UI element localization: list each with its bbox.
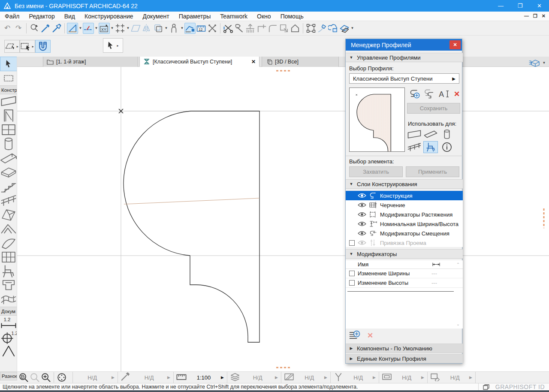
resize-button[interactable] bbox=[278, 23, 290, 34]
adjust-button[interactable] bbox=[234, 23, 245, 34]
copy-button[interactable] bbox=[153, 23, 164, 34]
pan-button[interactable] bbox=[56, 372, 67, 383]
field-layers[interactable]: Н/Д▶ bbox=[227, 372, 281, 383]
eye-icon[interactable] bbox=[358, 221, 366, 227]
use-for-railing-icon[interactable] bbox=[407, 141, 422, 153]
layer-row-construction[interactable]: Конструкция bbox=[346, 191, 463, 200]
menu-options[interactable]: Параметры bbox=[174, 12, 216, 21]
restore-button[interactable]: ❐ bbox=[510, 0, 530, 12]
eye-icon[interactable] bbox=[358, 211, 366, 217]
profile-outline[interactable] bbox=[124, 111, 259, 342]
tool-window[interactable] bbox=[0, 123, 17, 137]
tool-beam[interactable] bbox=[0, 151, 17, 165]
tool-mesh[interactable] bbox=[0, 292, 17, 307]
snap-guides-dropdown[interactable]: ▼ bbox=[94, 23, 99, 34]
tool-angle-dimension[interactable] bbox=[0, 344, 17, 358]
eye-icon[interactable] bbox=[358, 230, 366, 236]
tool-dimension[interactable]: 1.2 bbox=[0, 316, 17, 330]
layer-row-nominal-size[interactable]: Номинальная Ширина/Высота bbox=[346, 219, 463, 229]
opening-reference-checkbox[interactable] bbox=[349, 240, 355, 246]
copy-dropdown[interactable]: ▼ bbox=[164, 23, 169, 34]
tool-curtain-wall[interactable] bbox=[0, 250, 17, 264]
guide-lines-dropdown[interactable]: ▼ bbox=[78, 23, 83, 34]
zoom-back-button[interactable] bbox=[18, 372, 29, 383]
delete-modifier-button[interactable]: ✕ bbox=[364, 330, 377, 341]
snap-guides-button[interactable] bbox=[83, 23, 94, 34]
section-design-layers[interactable]: ▼ Слои Конструирования bbox=[346, 179, 463, 189]
tab-profile-editor[interactable]: [Классический Выступ Ступени] ✕ bbox=[139, 57, 259, 67]
tool-door[interactable] bbox=[0, 109, 17, 123]
zoom-in-button[interactable] bbox=[40, 372, 51, 383]
highlight-pen-button[interactable] bbox=[317, 23, 328, 34]
arrow-tool-group[interactable]: ▸ bbox=[103, 38, 123, 53]
dialog-close-button[interactable]: ✕ bbox=[449, 40, 461, 49]
menu-help[interactable]: Помощь bbox=[276, 12, 308, 21]
marquee-select-button[interactable]: ▸ bbox=[20, 40, 35, 53]
toolbox-group-more[interactable]: Разное bbox=[0, 372, 17, 380]
split-button[interactable] bbox=[223, 23, 234, 34]
dimensions-button[interactable]: 12 bbox=[196, 23, 207, 34]
tool-railing[interactable] bbox=[0, 193, 17, 208]
window-copy-icon[interactable] bbox=[483, 384, 489, 390]
dialog-title-bar[interactable]: Менеджер Профилей bbox=[346, 39, 462, 51]
tool-shell[interactable] bbox=[0, 236, 17, 250]
mdi-restore-button[interactable]: ❐ bbox=[533, 13, 537, 19]
section-components[interactable]: ▶ Компоненты - По Умолчанию bbox=[346, 344, 463, 353]
redo-button[interactable]: ↷ bbox=[13, 23, 24, 34]
find-select-button[interactable] bbox=[29, 23, 40, 34]
surface-paint-button[interactable] bbox=[339, 23, 350, 34]
close-button[interactable]: ✕ bbox=[530, 0, 549, 12]
section-modifiers[interactable]: ▼ Модификаторы bbox=[346, 249, 463, 259]
modifiers-scrollbar[interactable]: ⌃ ⌄ bbox=[455, 262, 461, 326]
zoom-forward-button[interactable] bbox=[29, 372, 40, 383]
eye-icon[interactable] bbox=[358, 193, 366, 199]
stretch-marquee-button[interactable] bbox=[207, 23, 218, 34]
pickup-parameters-button[interactable] bbox=[40, 23, 51, 34]
section-contours[interactable]: ▶ Единые Контуры Профиля bbox=[346, 354, 463, 363]
new-profile-button[interactable] bbox=[408, 88, 421, 100]
undo-button[interactable]: ↶ bbox=[2, 23, 13, 34]
eye-icon[interactable] bbox=[358, 202, 366, 208]
mdi-close-button[interactable]: ✕ bbox=[542, 13, 546, 19]
use-for-column-icon[interactable] bbox=[440, 128, 454, 140]
eye-icon[interactable] bbox=[358, 240, 366, 246]
delete-profile-button[interactable]: ✕ bbox=[450, 88, 463, 100]
modifier-row-width[interactable]: Изменение Ширины --- bbox=[346, 269, 463, 278]
tool-object[interactable] bbox=[0, 264, 17, 278]
use-for-object-icon[interactable] bbox=[423, 141, 438, 153]
layer-row-stretch-modifiers[interactable]: Модификаторы Растяжения bbox=[346, 210, 463, 219]
tab-floor-plan[interactable]: [1. 1-й этаж] bbox=[43, 57, 138, 67]
coordinates-dropdown[interactable]: ▼ bbox=[110, 23, 115, 34]
figure-button[interactable] bbox=[169, 23, 180, 34]
field-anchor[interactable]: Н/Д▶ bbox=[330, 372, 379, 383]
graphisoft-id-label[interactable]: GRAPHISOFT ID bbox=[495, 383, 545, 390]
coordinates-button[interactable]: XY: bbox=[99, 23, 110, 34]
menu-view[interactable]: Вид bbox=[60, 12, 80, 21]
save-profile-button[interactable]: Сохранить bbox=[407, 103, 460, 114]
layer-row-offset-modifiers[interactable]: Модификаторы Смещения bbox=[346, 229, 463, 238]
field-frame[interactable]: Н/Д▶ bbox=[379, 372, 427, 383]
menu-teamwork[interactable]: Teamwork bbox=[215, 12, 252, 21]
arrow-tool-dropdown[interactable]: ▸ bbox=[115, 40, 120, 51]
snap-grid-button[interactable] bbox=[115, 23, 126, 34]
tool-roof[interactable] bbox=[0, 222, 17, 236]
tool-arrow[interactable] bbox=[0, 57, 17, 71]
profile-select-dropdown[interactable]: Классический Выступ Ступени ▶ bbox=[349, 73, 459, 84]
quick-options-icon[interactable] bbox=[528, 58, 540, 67]
layer-row-drafting[interactable]: Черчение bbox=[346, 200, 463, 210]
duplicate-profile-button[interactable] bbox=[423, 88, 436, 100]
menu-file[interactable]: Файл bbox=[0, 12, 24, 21]
tool-slab[interactable] bbox=[0, 165, 17, 179]
tool-marquee[interactable] bbox=[0, 71, 17, 85]
tool-level-dimension[interactable]: 1.2 bbox=[0, 330, 17, 344]
modifier-row-height[interactable]: Изменение Высоты --- bbox=[346, 278, 463, 288]
fillet-button[interactable] bbox=[267, 23, 278, 34]
teamwork-cloud-button[interactable] bbox=[328, 23, 339, 34]
use-for-info-icon[interactable] bbox=[440, 141, 454, 153]
tool-wall[interactable] bbox=[0, 94, 17, 109]
minimize-button[interactable]: — bbox=[491, 0, 510, 12]
use-for-wall-icon[interactable] bbox=[407, 128, 422, 140]
snap-grid-dropdown[interactable]: ▼ bbox=[126, 23, 130, 34]
mirror-button[interactable] bbox=[142, 23, 153, 34]
add-modifier-button[interactable] bbox=[348, 330, 361, 341]
